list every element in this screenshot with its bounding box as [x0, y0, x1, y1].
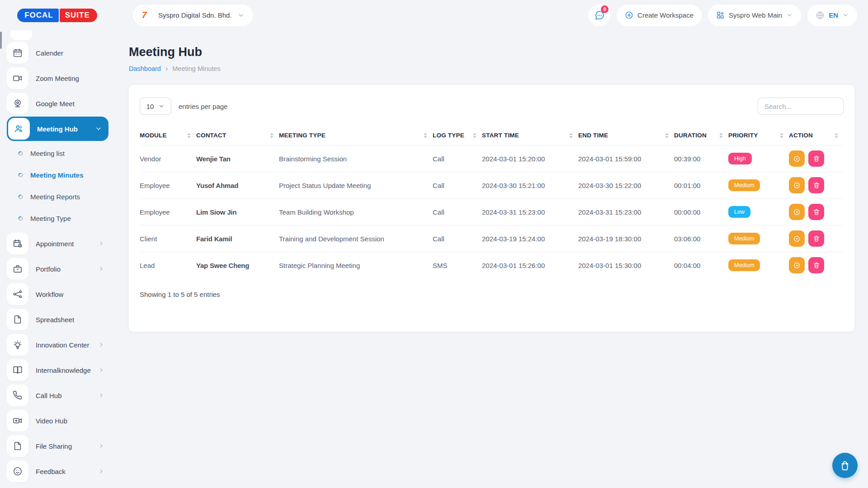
column-header-priority[interactable]: PRIORITY: [728, 126, 789, 145]
sidebar-item-partial[interactable]: [10, 30, 32, 40]
chevron-down-icon: [786, 12, 793, 19]
chat-badge: 0: [601, 5, 609, 13]
column-header-action[interactable]: ACTION: [789, 126, 844, 145]
chevron-right-icon: [98, 468, 104, 474]
column-header-module[interactable]: MODULE: [140, 126, 196, 145]
file-icon: [7, 309, 28, 330]
sidebar-item-internalknowledge[interactable]: Internalknowledge: [7, 357, 114, 383]
chevron-down-icon: [237, 12, 245, 19]
search-input[interactable]: [758, 98, 844, 115]
delete-button[interactable]: [808, 204, 824, 220]
sidebar-item-meeting-hub[interactable]: Meeting Hub: [7, 117, 108, 141]
breadcrumb: Dashboard › Meeting Minutes: [129, 65, 854, 73]
priority-badge: Low: [728, 206, 750, 218]
create-workspace-button[interactable]: Create Workspace: [617, 5, 702, 26]
delete-button[interactable]: [808, 177, 824, 193]
logo-suite: SUITE: [60, 9, 97, 22]
app-logo[interactable]: FOCAL SUITE: [17, 9, 97, 22]
sidebar-item-appointment[interactable]: Appointment: [7, 231, 114, 256]
cell-duration: 03:06:00: [674, 225, 728, 252]
view-button[interactable]: [789, 230, 805, 247]
workspace-name: Syspro Digital Sdn. Bhd.: [158, 11, 232, 19]
sidebar-item-workflow[interactable]: Workflow: [7, 282, 114, 307]
delete-button[interactable]: [808, 230, 824, 247]
chat-button[interactable]: 0: [589, 5, 610, 26]
sort-icon: [780, 133, 783, 138]
priority-badge: High: [728, 153, 752, 164]
column-header-duration[interactable]: DURATION: [674, 126, 728, 145]
sidebar-subitem-meeting-type[interactable]: Meeting Type: [7, 207, 114, 229]
column-header-end-time[interactable]: END TIME: [578, 126, 674, 145]
meeting-hub-submenu: Meeting list Meeting Minutes Meeting Rep…: [7, 141, 114, 231]
table-row: Vendor Wenjie Tan Brainstorming Session …: [140, 145, 844, 172]
chevron-down-icon: [158, 103, 165, 109]
sidebar-item-spreadsheet[interactable]: Spreadsheet: [7, 307, 114, 332]
top-bar: FOCAL SUITE 7 Syspro Digital Sdn. Bhd. 0…: [0, 0, 868, 30]
table-row: Client Farid Kamil Training and Developm…: [140, 225, 844, 252]
sidebar-item-calender[interactable]: Calender: [7, 40, 114, 66]
sort-icon: [270, 133, 274, 138]
priority-badge: Medium: [728, 259, 760, 271]
breadcrumb-separator-icon: ›: [165, 65, 168, 73]
main-content: Meeting Hub Dashboard › Meeting Minutes …: [114, 30, 868, 488]
cell-log-type: Call: [433, 172, 482, 199]
shop-fab-button[interactable]: [832, 453, 858, 478]
chevron-right-icon: [98, 443, 104, 449]
view-button[interactable]: [789, 177, 805, 193]
globe-icon: [816, 11, 825, 20]
column-header-log-type[interactable]: LOG TYPE: [433, 126, 482, 145]
bullet-icon: [18, 216, 23, 221]
delete-button[interactable]: [808, 150, 824, 167]
sidebar-item-innovation-center[interactable]: Innovation Center: [7, 332, 114, 357]
plus-circle-icon: [625, 11, 633, 19]
calendar-icon: [7, 42, 28, 64]
sidebar-item-call-hub[interactable]: Call Hub: [7, 383, 114, 408]
page-title: Meeting Hub: [129, 45, 854, 59]
view-button[interactable]: [789, 150, 805, 167]
sidebar-item-feedback[interactable]: Feedback: [7, 459, 114, 484]
cell-log-type: SMS: [433, 252, 482, 279]
video-camera-icon: [7, 67, 28, 89]
cell-start-time: 2024-03-31 15:23:00: [482, 199, 578, 225]
sidebar-item-video-hub[interactable]: Video Hub: [7, 408, 114, 433]
sidebar-item-zoom-meeting[interactable]: Zoom Meeting: [7, 66, 114, 91]
lightbulb-icon: [7, 334, 28, 356]
delete-button[interactable]: [808, 257, 824, 273]
language-selector[interactable]: EN: [807, 5, 857, 26]
column-header-contact[interactable]: CONTACT: [196, 126, 279, 145]
cell-contact: Farid Kamil: [196, 225, 279, 252]
cell-module: Client: [140, 225, 196, 252]
sidebar-item-file-sharing[interactable]: File Sharing: [7, 433, 114, 459]
cell-start-time: 2024-03-30 15:21:00: [482, 172, 578, 199]
column-header-start-time[interactable]: START TIME: [482, 126, 578, 145]
sidebar-subitem-meeting-reports[interactable]: Meeting Reports: [7, 186, 114, 207]
sort-icon: [719, 133, 723, 138]
entries-per-page-label: entries per page: [179, 103, 227, 110]
workspace-selector[interactable]: 7 Syspro Digital Sdn. Bhd.: [133, 5, 253, 26]
priority-badge: Medium: [728, 233, 760, 244]
entries-per-page-select[interactable]: 10: [140, 98, 171, 115]
language-label: EN: [829, 11, 838, 19]
sidebar-subitem-meeting-list[interactable]: Meeting list: [7, 142, 114, 164]
cell-contact: Yap Swee Cheng: [196, 252, 279, 279]
view-button[interactable]: [789, 257, 805, 273]
cell-end-time: 2024-03-30 15:22:00: [578, 172, 674, 199]
sidebar-scrollbar[interactable]: [0, 32, 2, 49]
cell-duration: 00:04:00: [674, 252, 728, 279]
sidebar-subitem-meeting-minutes[interactable]: Meeting Minutes: [7, 164, 114, 186]
chevron-right-icon: [98, 392, 104, 399]
cell-contact: Wenjie Tan: [196, 145, 279, 172]
web-main-selector[interactable]: Syspro Web Main: [708, 5, 801, 26]
column-header-meeting-type[interactable]: MEETING TYPE: [279, 126, 433, 145]
view-button[interactable]: [789, 204, 805, 220]
chevron-right-icon: [98, 342, 104, 348]
breadcrumb-dashboard-link[interactable]: Dashboard: [129, 65, 161, 72]
sort-icon: [424, 133, 427, 138]
sidebar-item-google-meet[interactable]: Google Meet: [7, 91, 114, 116]
create-workspace-label: Create Workspace: [637, 11, 693, 19]
chevron-right-icon: [98, 240, 104, 247]
sidebar-item-portfolio[interactable]: Portfolio: [7, 256, 114, 282]
logo-focal: FOCAL: [17, 9, 59, 22]
table-row: Employee Yusof Ahmad Project Status Upda…: [140, 172, 844, 199]
priority-badge: Medium: [728, 179, 760, 191]
